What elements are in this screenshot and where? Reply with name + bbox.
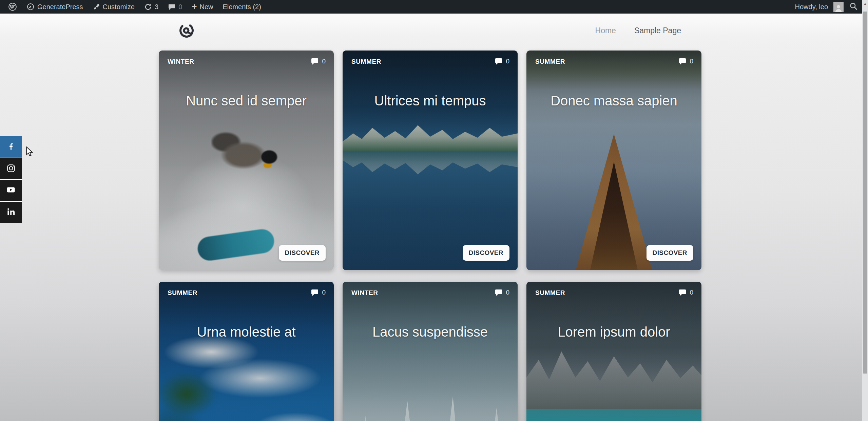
comment-count: 0 <box>690 289 693 296</box>
card-comments[interactable]: 0 <box>495 57 509 65</box>
header-inner: Home Sample Page <box>159 14 701 47</box>
card-category[interactable]: SUMMER <box>535 58 565 65</box>
comment-bubble-icon <box>678 57 687 65</box>
card-title[interactable]: Donec massa sapien <box>526 93 701 108</box>
admin-bar-right-group: Howdy, leo <box>795 0 858 14</box>
generatepress-menu[interactable]: GeneratePress <box>22 0 88 14</box>
comment-bubble-icon <box>678 288 687 297</box>
elements-menu[interactable]: Elements (2) <box>218 0 266 14</box>
card-category[interactable]: SUMMER <box>168 289 197 297</box>
post-card[interactable]: SUMMER 0 Ultrices mi tempus DISCOVER <box>343 51 518 270</box>
nav-item-sample-page[interactable]: Sample Page <box>634 26 681 35</box>
linkedin-button[interactable] <box>0 201 22 223</box>
discover-button[interactable]: DISCOVER <box>647 245 693 261</box>
post-card[interactable]: WINTER 0 Nunc sed id semper DISCOVER <box>159 51 334 270</box>
post-card[interactable]: WINTER 0 Lacus suspendisse DISCOVER <box>343 282 518 421</box>
update-icon <box>144 3 152 11</box>
brush-icon <box>93 3 100 11</box>
discover-button[interactable]: DISCOVER <box>279 245 326 261</box>
social-sidebar <box>0 136 22 223</box>
comments-menu[interactable]: 0 <box>163 0 187 14</box>
youtube-button[interactable] <box>0 179 22 201</box>
card-title[interactable]: Nunc sed id semper <box>159 93 334 108</box>
card-title[interactable]: Ultrices mi tempus <box>343 93 518 108</box>
card-comments[interactable]: 0 <box>495 288 509 297</box>
card-comments[interactable]: 0 <box>678 288 693 297</box>
site-logo[interactable] <box>178 22 195 39</box>
card-comments[interactable]: 0 <box>678 57 693 65</box>
comment-count: 0 <box>506 289 509 296</box>
wordpress-logo-icon <box>8 2 17 11</box>
elements-label: Elements (2) <box>223 3 261 11</box>
new-content-menu[interactable]: + New <box>187 0 218 14</box>
avatar[interactable] <box>833 2 844 12</box>
customize-label: Customize <box>103 3 135 11</box>
card-overlay <box>343 282 518 421</box>
linkedin-icon <box>6 207 16 218</box>
updates-count: 3 <box>155 3 158 11</box>
post-card[interactable]: SUMMER 0 Donec massa sapien DISCOVER <box>526 51 701 270</box>
new-label: New <box>199 3 213 11</box>
card-category[interactable]: WINTER <box>351 289 378 297</box>
discover-button[interactable]: DISCOVER <box>463 245 509 261</box>
card-overlay <box>526 282 701 421</box>
card-overlay <box>159 282 334 421</box>
card-overlay <box>159 51 334 270</box>
comment-count: 0 <box>322 289 326 296</box>
comment-count: 0 <box>506 58 509 65</box>
howdy-account[interactable]: Howdy, leo <box>795 3 828 11</box>
site-header: Home Sample Page <box>0 14 862 47</box>
post-card[interactable]: SUMMER 0 Urna molestie at DISCOVER <box>159 282 334 421</box>
comment-bubble-icon <box>495 288 503 297</box>
comment-count: 0 <box>322 58 326 65</box>
youtube-icon <box>6 185 16 196</box>
customize-menu[interactable]: Customize <box>88 0 139 14</box>
card-overlay <box>343 51 518 270</box>
comment-bubble-icon <box>495 57 503 65</box>
card-category[interactable]: WINTER <box>168 58 194 65</box>
post-card[interactable]: SUMMER 0 Lorem ipsum dolor DISCOVER <box>526 282 701 421</box>
comment-bubble-icon <box>311 288 319 297</box>
updates-menu[interactable]: 3 <box>139 0 163 14</box>
scrollbar-thumb[interactable] <box>863 12 867 374</box>
card-category[interactable]: SUMMER <box>351 58 381 65</box>
facebook-icon <box>6 142 15 152</box>
plus-icon: + <box>192 3 197 10</box>
card-overlay <box>526 51 701 270</box>
card-comments[interactable]: 0 <box>311 288 326 297</box>
gauge-icon <box>26 3 35 11</box>
comment-bubble-icon <box>168 3 176 11</box>
comment-count: 0 <box>690 58 693 65</box>
comment-bubble-icon <box>311 57 319 65</box>
admin-bar-left-group: GeneratePress Customize 3 0 + New Elemen… <box>0 0 266 14</box>
facebook-button[interactable] <box>0 136 22 158</box>
card-title[interactable]: Urna molestie at <box>159 324 334 340</box>
scrollbar-up-arrow[interactable]: ▲ <box>862 0 868 7</box>
mouse-cursor <box>25 146 34 158</box>
nav-item-home[interactable]: Home <box>595 26 616 35</box>
comments-count: 0 <box>178 3 182 11</box>
card-category[interactable]: SUMMER <box>535 289 565 297</box>
main-navigation: Home Sample Page <box>595 26 681 35</box>
wordpress-menu[interactable] <box>3 0 22 14</box>
instagram-button[interactable] <box>0 158 22 179</box>
card-title[interactable]: Lorem ipsum dolor <box>526 324 701 340</box>
search-icon[interactable] <box>849 2 858 12</box>
browser-scrollbar[interactable]: ▲ <box>862 0 868 421</box>
post-grid: WINTER 0 Nunc sed id semper DISCOVER SUM… <box>159 51 702 421</box>
generatepress-label: GeneratePress <box>37 3 83 11</box>
wp-admin-bar: GeneratePress Customize 3 0 + New Elemen… <box>0 0 868 14</box>
card-title[interactable]: Lacus suspendisse <box>343 324 518 340</box>
card-comments[interactable]: 0 <box>311 57 326 65</box>
instagram-icon <box>6 164 16 174</box>
